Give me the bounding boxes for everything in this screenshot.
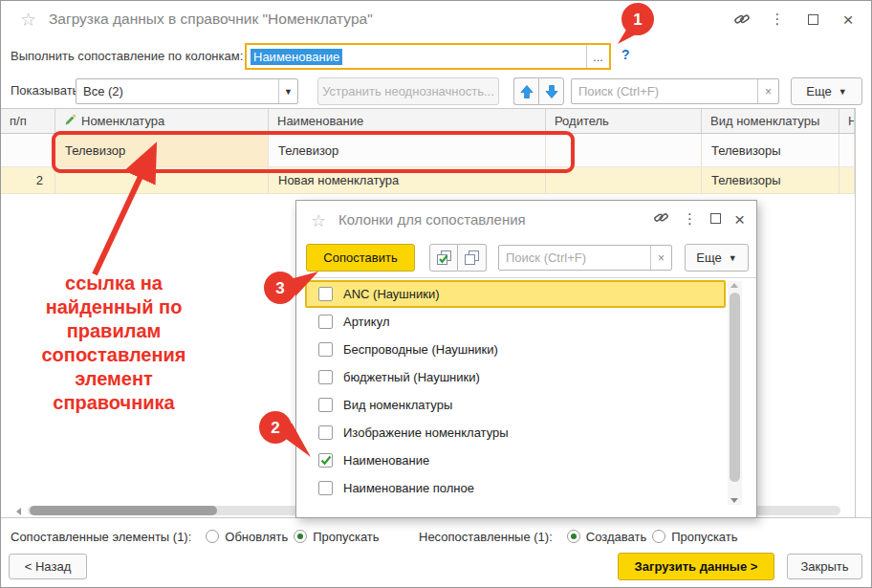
column-list-item-label: Изображение номенклатуры <box>343 425 509 440</box>
chevron-down-icon[interactable]: ▼ <box>278 79 297 103</box>
cell-kind[interactable]: Телевизоры <box>702 134 839 166</box>
help-link[interactable]: ? <box>621 47 630 62</box>
dialog-vertical-scrollbar[interactable] <box>728 281 742 505</box>
unmatched-option[interactable]: Пропускать <box>652 530 737 544</box>
column-list-item[interactable]: Беспроводные (Наушники) <box>305 336 726 363</box>
checkbox-icon[interactable] <box>318 287 333 301</box>
cell-parent[interactable] <box>546 167 702 193</box>
resolve-ambiguity-button[interactable]: Устранить неоднозначность... <box>317 77 499 105</box>
maximize-icon[interactable] <box>710 212 721 227</box>
column-header-label: Вид номенклатуры <box>710 114 819 128</box>
cell-kind[interactable]: Телевизоры <box>702 167 839 193</box>
table-row[interactable]: 2Новая номенклатураТелевизоры <box>1 167 855 194</box>
checkbox-icon[interactable] <box>318 315 333 329</box>
dialog-search-input[interactable] <box>499 250 650 265</box>
column-list-item[interactable]: бюджетный (Наушники) <box>305 363 726 391</box>
cell-extra[interactable] <box>839 167 855 193</box>
matched-option[interactable]: Обновлять <box>206 530 288 544</box>
uncheck-all-icon[interactable] <box>458 244 487 272</box>
search-input[interactable] <box>572 84 757 98</box>
column-list-item[interactable]: Изображение номенклатуры <box>305 419 726 446</box>
column-header-label: Наименование <box>277 114 363 128</box>
radio-icon[interactable] <box>206 530 219 543</box>
column-list-item-label: Вид номенклатуры <box>343 398 452 412</box>
table-row[interactable]: ТелевизорТелевизорТелевизоры <box>1 134 855 167</box>
column-list-item[interactable]: Артикул <box>305 308 726 336</box>
close-icon[interactable]: × <box>734 210 745 229</box>
title-bar: ☆ Загрузка данных в справочник "Номенкла… <box>1 1 871 39</box>
radio-selected-icon[interactable] <box>567 530 580 543</box>
cell-name[interactable]: Телевизор <box>269 134 546 166</box>
column-header-1: п/п <box>1 109 55 133</box>
svg-text:3: 3 <box>275 279 284 297</box>
more-button[interactable]: Еще ▼ <box>791 77 862 105</box>
cell-parent[interactable] <box>546 134 702 166</box>
check-all-icon[interactable] <box>429 244 458 272</box>
checkbox-icon[interactable] <box>318 481 333 495</box>
cell-nomenclature[interactable] <box>55 167 269 193</box>
column-list-item-label: бюджетный (Наушники) <box>343 370 480 384</box>
column-list-item-label: ANC (Наушники) <box>343 287 440 301</box>
get-link-icon[interactable] <box>732 10 752 29</box>
scrollbar-thumb[interactable] <box>730 293 740 482</box>
radio-selected-icon[interactable] <box>294 530 307 543</box>
svg-text:2: 2 <box>271 419 279 437</box>
column-list-item[interactable]: ANC (Наушники) <box>305 280 726 308</box>
maximize-icon[interactable] <box>803 10 822 29</box>
unmatched-elements-group: Несопоставленные (1): СоздаватьПропускат… <box>419 525 738 548</box>
column-list-item[interactable]: Наименование <box>305 446 726 474</box>
show-filter-dropdown[interactable]: Все (2) ▼ <box>76 78 298 104</box>
search-clear-icon[interactable]: × <box>650 246 671 270</box>
table-right-border <box>855 108 856 517</box>
scroll-down-icon[interactable] <box>730 498 738 503</box>
radio-icon[interactable] <box>652 530 665 543</box>
page-title: Загрузка данных в справочник "Номенклату… <box>49 11 373 28</box>
map-button[interactable]: Сопоставить <box>306 244 415 272</box>
move-buttons <box>513 77 564 105</box>
cell-extra[interactable] <box>839 134 855 166</box>
scroll-left-icon[interactable] <box>16 508 21 515</box>
scrollbar-thumb[interactable] <box>30 506 217 515</box>
scroll-up-icon[interactable] <box>730 283 738 288</box>
annotation-callout-line: правилам <box>16 319 211 343</box>
move-up-button[interactable] <box>513 77 538 105</box>
annotation-callout-line: ссылка на <box>16 272 211 295</box>
favorite-star-icon[interactable]: ☆ <box>20 9 36 31</box>
menu-dots-icon[interactable]: ⋮ <box>683 210 697 228</box>
column-header-label: Родитель <box>555 114 609 128</box>
app-window: ☆ Загрузка данных в справочник "Номенкла… <box>0 0 872 588</box>
cell-num[interactable] <box>1 134 55 166</box>
show-filter-label: Показывать: <box>11 83 82 98</box>
match-columns-picker-button[interactable]: ... <box>586 45 609 68</box>
matched-option[interactable]: Пропускать <box>294 530 379 544</box>
cell-nomenclature[interactable]: Телевизор <box>55 134 269 166</box>
column-list-item-label: Наименование <box>343 453 429 468</box>
close-icon[interactable]: × <box>839 10 858 29</box>
unmatched-option[interactable]: Создавать <box>567 530 646 544</box>
favorite-star-icon[interactable]: ☆ <box>311 210 326 231</box>
load-data-button[interactable]: Загрузить данные > <box>618 553 774 580</box>
checkbox-icon[interactable] <box>318 342 333 357</box>
dialog-more-button[interactable]: Еще ▼ <box>685 244 749 272</box>
cell-num[interactable]: 2 <box>1 167 55 193</box>
match-columns-input[interactable]: Наименование ... <box>245 43 611 70</box>
match-columns-value: Наименование <box>251 49 342 65</box>
get-link-icon[interactable] <box>653 209 669 229</box>
column-list-item[interactable]: Наименование полное <box>305 474 726 502</box>
annotation-callout-line: найденный по <box>16 295 211 319</box>
close-button[interactable]: Закрыть <box>787 554 862 579</box>
checkbox-icon[interactable] <box>318 370 333 384</box>
search-box: × <box>571 78 779 104</box>
matched-elements-label: Сопоставленные элементы (1): <box>11 530 191 544</box>
checkbox-icon[interactable] <box>318 398 333 412</box>
back-button[interactable]: < Назад <box>9 554 87 579</box>
search-clear-icon[interactable]: × <box>757 79 778 103</box>
unmatched-option-label: Пропускать <box>671 530 737 544</box>
move-down-button[interactable] <box>538 77 564 105</box>
cell-name[interactable]: Новая номенклатура <box>269 167 546 193</box>
columns-mapping-dialog: ☆ Колонки для сопоставления ⋮ × Сопостав… <box>295 200 757 518</box>
checkbox-checked-icon[interactable] <box>318 453 333 468</box>
checkbox-icon[interactable] <box>318 425 333 440</box>
menu-dots-icon[interactable]: ⋮ <box>768 10 787 29</box>
column-list-item[interactable]: Вид номенклатуры <box>305 391 726 419</box>
